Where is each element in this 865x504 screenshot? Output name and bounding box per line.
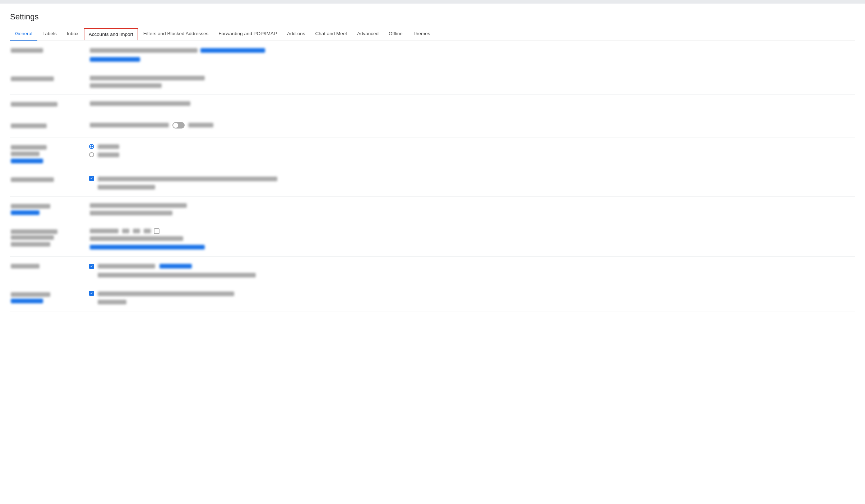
setting-label-9 xyxy=(10,262,89,269)
setting-row-9 xyxy=(10,257,855,285)
tab-advanced[interactable]: Advanced xyxy=(352,27,384,41)
small-select[interactable] xyxy=(154,228,159,234)
tab-labels[interactable]: Labels xyxy=(37,27,62,41)
label-text-1 xyxy=(11,48,43,53)
setting-row-2 xyxy=(10,69,855,95)
setting-row-5 xyxy=(10,138,855,170)
settings-header: Settings General Labels Inbox Accounts a… xyxy=(0,4,865,41)
setting-label-2 xyxy=(10,75,89,82)
setting-sublabel-10[interactable] xyxy=(10,298,82,304)
tab-addons[interactable]: Add-ons xyxy=(282,27,310,41)
setting-row-4 xyxy=(10,116,855,138)
tab-chat-meet[interactable]: Chat and Meet xyxy=(310,27,352,41)
setting-label-4 xyxy=(10,122,89,129)
setting-value-8 xyxy=(89,228,855,251)
setting-sublabel-5[interactable] xyxy=(10,158,82,164)
checkbox-10[interactable] xyxy=(89,291,94,296)
checkbox-9[interactable] xyxy=(89,264,94,269)
setting-value-10 xyxy=(89,291,855,306)
setting-value-4 xyxy=(89,122,855,129)
setting-value-2 xyxy=(89,75,855,89)
setting-label-5 xyxy=(10,144,89,164)
toggle-switch[interactable] xyxy=(172,122,185,129)
row1-line2 xyxy=(89,56,855,63)
settings-body xyxy=(0,41,865,312)
setting-label-3 xyxy=(10,101,89,107)
setting-label-6 xyxy=(10,176,89,183)
radio-group-5 xyxy=(89,144,855,158)
setting-value-6 xyxy=(89,176,855,191)
setting-row-7 xyxy=(10,197,855,222)
setting-row-3 xyxy=(10,95,855,116)
top-bar xyxy=(0,0,865,4)
tab-themes[interactable]: Themes xyxy=(408,27,435,41)
radio-btn-1[interactable] xyxy=(89,144,94,149)
tab-accounts-import[interactable]: Accounts and Import xyxy=(84,28,138,41)
tab-offline[interactable]: Offline xyxy=(384,27,408,41)
setting-label-8 xyxy=(10,228,89,247)
tab-general[interactable]: General xyxy=(10,27,37,41)
tab-forwarding[interactable]: Forwarding and POP/IMAP xyxy=(213,27,282,41)
setting-value-1 xyxy=(89,47,855,63)
settings-container: Settings General Labels Inbox Accounts a… xyxy=(0,4,865,504)
row8-link[interactable] xyxy=(89,243,855,251)
setting-value-9 xyxy=(89,262,855,279)
row1-line1 xyxy=(89,47,855,54)
setting-row-8 xyxy=(10,222,855,257)
setting-label-1 xyxy=(10,47,89,53)
setting-value-3 xyxy=(89,101,855,107)
tab-inbox[interactable]: Inbox xyxy=(62,27,84,41)
tabs-row: General Labels Inbox Accounts and Import… xyxy=(10,27,855,41)
setting-label-7 xyxy=(10,202,89,216)
radio-btn-2[interactable] xyxy=(89,152,94,157)
setting-value-5 xyxy=(89,144,855,158)
tab-filters[interactable]: Filters and Blocked Addresses xyxy=(138,27,214,41)
setting-sublabel-7[interactable] xyxy=(10,210,82,216)
radio-item-1[interactable] xyxy=(89,144,855,150)
setting-row-6 xyxy=(10,170,855,197)
row9-link[interactable] xyxy=(159,262,193,270)
setting-row-10 xyxy=(10,285,855,312)
page-title: Settings xyxy=(10,12,855,22)
checkbox-6[interactable] xyxy=(89,176,94,181)
radio-item-2[interactable] xyxy=(89,152,855,158)
setting-label-10 xyxy=(10,291,89,304)
setting-value-7 xyxy=(89,202,855,216)
setting-row-1 xyxy=(10,41,855,69)
